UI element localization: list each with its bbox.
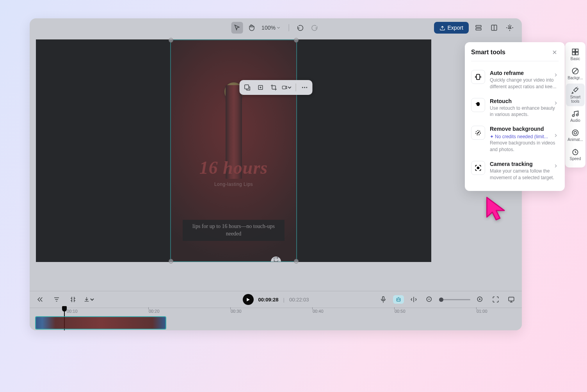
svg-rect-30: [576, 52, 578, 55]
svg-line-32: [573, 69, 578, 73]
ctx-btn-2[interactable]: [255, 82, 266, 93]
tick: 00:10: [67, 309, 78, 314]
right-sidebar: Basic Backgr... Smart tools Audio Animat…: [565, 42, 585, 167]
svg-rect-28: [576, 49, 578, 52]
svg-rect-29: [573, 52, 575, 55]
chevron-right-icon: [553, 163, 559, 170]
svg-point-9: [304, 87, 305, 88]
svg-rect-24: [477, 74, 480, 79]
svg-rect-0: [476, 25, 481, 27]
smart-tools-panel: Smart tools Auto reframeQuickly change y…: [465, 42, 565, 191]
divider: [289, 24, 289, 31]
export-button[interactable]: Export: [434, 22, 469, 34]
caption-text: lips for up to 16 hours—no touch-ups nee…: [183, 220, 285, 241]
zoom-in-button[interactable]: [474, 294, 486, 305]
mic-button[interactable]: [377, 294, 389, 305]
cursor-overlay: [484, 195, 511, 224]
filter-button[interactable]: [51, 294, 62, 305]
svg-point-4: [509, 27, 511, 29]
download-button[interactable]: [84, 294, 95, 305]
subtitle-text: Long-lasting Lips: [171, 182, 296, 187]
fit-button[interactable]: [490, 294, 502, 305]
selected-clip[interactable]: 16 hours Long-lasting Lips lips for up t…: [170, 39, 297, 262]
timeline: 00:09:28 | 00:22:03 00:10 00:20 00:30 00…: [30, 291, 522, 330]
undo-button[interactable]: [295, 22, 306, 34]
svg-point-36: [574, 132, 577, 134]
resize-handle-bl[interactable]: [169, 259, 173, 264]
clip-content: 16 hours Long-lasting Lips lips for up t…: [171, 40, 296, 261]
top-toolbar: 100% Export: [30, 18, 522, 37]
zoom-out-button[interactable]: [423, 294, 435, 305]
zoom-dropdown[interactable]: 100%: [261, 25, 281, 31]
hero-text: 16 hours: [171, 157, 296, 178]
crop-button[interactable]: [268, 82, 279, 93]
video-canvas[interactable]: 16 hours Long-lasting Lips lips for up t…: [36, 39, 431, 262]
current-time: 00:09:28: [258, 297, 278, 303]
svg-rect-7: [282, 86, 286, 89]
resize-handle-br[interactable]: [294, 259, 299, 264]
layout-2-button[interactable]: [488, 22, 500, 34]
tick: 00:20: [149, 309, 160, 314]
svg-point-16: [397, 299, 398, 300]
chevron-right-icon: [553, 100, 559, 107]
sidebar-item-background[interactable]: Backgr...: [566, 64, 585, 83]
tool-auto-reframe[interactable]: Auto reframeQuickly change your video in…: [471, 66, 559, 94]
svg-point-26: [477, 167, 479, 169]
panel-title: Smart tools: [471, 49, 505, 56]
layout-1-button[interactable]: [473, 22, 484, 34]
svg-rect-23: [509, 297, 514, 301]
select-tool-button[interactable]: [231, 22, 243, 34]
sidebar-item-animation[interactable]: Animat...: [566, 126, 585, 144]
resize-handle-tl[interactable]: [169, 38, 173, 43]
skip-back-button[interactable]: [34, 294, 46, 305]
svg-point-10: [306, 87, 307, 88]
tick: 01:00: [477, 309, 487, 314]
sidebar-item-basic[interactable]: Basic: [566, 45, 585, 64]
settings-button[interactable]: [504, 22, 516, 34]
more-button[interactable]: [299, 82, 310, 93]
resize-handle-tr[interactable]: [294, 38, 299, 43]
svg-point-35: [573, 130, 578, 136]
tool-camera-tracking[interactable]: Camera trackingMake your camera follow t…: [471, 157, 559, 185]
ai-chip-button[interactable]: [393, 295, 404, 304]
context-toolbar: [239, 80, 312, 95]
tick: 00:40: [313, 309, 324, 314]
screen-button[interactable]: [505, 294, 517, 305]
tick: 00:50: [395, 309, 406, 314]
auto-reframe-icon: [471, 70, 485, 84]
tool-retouch[interactable]: RetouchUse retouch to enhance beauty in …: [471, 94, 559, 122]
zoom-slider[interactable]: [439, 299, 470, 300]
retouch-icon: [471, 98, 485, 112]
redo-button[interactable]: [309, 22, 320, 34]
svg-rect-1: [476, 29, 481, 30]
tool-remove-background[interactable]: Remove background✦ No credits needed (li…: [471, 122, 559, 157]
svg-point-17: [399, 299, 399, 300]
total-duration: 00:22:03: [289, 297, 309, 303]
time-separator: |: [283, 297, 285, 303]
chevron-right-icon: [553, 72, 559, 79]
timeline-ruler[interactable]: 00:10 00:20 00:30 00:40 00:50 01:00: [30, 308, 522, 315]
remove-bg-icon: [471, 126, 485, 140]
camera-tracking-icon: [471, 161, 485, 175]
align-button[interactable]: [408, 294, 420, 305]
chevron-right-icon: [553, 133, 559, 140]
tick: 00:30: [231, 309, 242, 314]
sidebar-item-audio[interactable]: Audio: [566, 107, 585, 125]
play-button[interactable]: [242, 294, 253, 305]
svg-point-8: [302, 87, 303, 88]
ctx-btn-1[interactable]: [242, 82, 253, 93]
ctx-dropdown[interactable]: [281, 82, 292, 93]
app-window: 100% Export 16 hours Long-lasting Lips l…: [30, 18, 522, 330]
hand-tool-button[interactable]: [245, 22, 257, 34]
close-panel-button[interactable]: [551, 48, 559, 56]
video-track-clip[interactable]: [35, 316, 166, 330]
svg-rect-27: [573, 49, 575, 52]
canvas-area: 16 hours Long-lasting Lips lips for up t…: [30, 37, 522, 291]
svg-rect-14: [382, 297, 384, 300]
split-button[interactable]: [67, 294, 79, 305]
svg-rect-5: [244, 85, 249, 89]
credits-badge: ✦ No credits needed (limit...: [490, 134, 548, 139]
sidebar-item-smart-tools[interactable]: Smart tools: [566, 84, 585, 106]
sidebar-item-speed[interactable]: Speed: [566, 145, 585, 164]
